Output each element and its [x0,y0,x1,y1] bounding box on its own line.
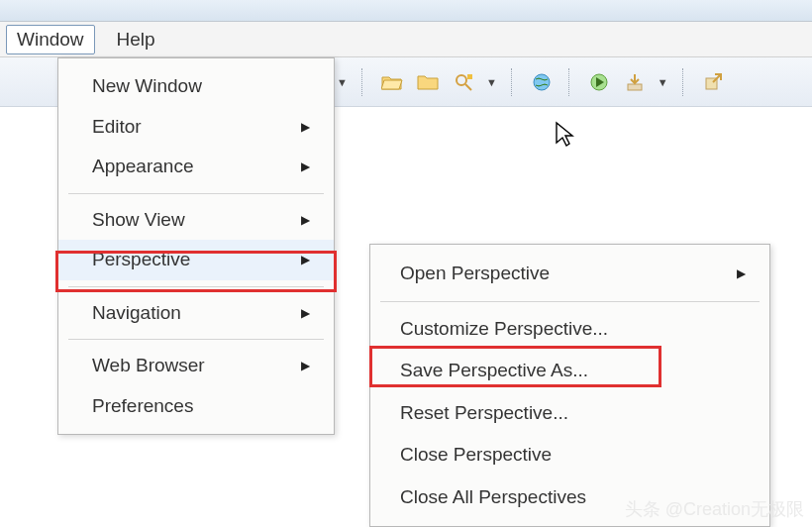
svg-rect-2 [467,74,472,79]
svg-point-3 [534,74,550,90]
menu-preferences[interactable]: Preferences [58,386,334,427]
menu-label: Reset Perspective... [400,399,568,428]
menu-label: Perspective [92,246,190,274]
svg-line-1 [465,84,471,90]
external-link-icon[interactable] [700,69,726,95]
svg-rect-6 [628,84,642,90]
menu-label: Web Browser [92,352,205,380]
menu-open-perspective[interactable]: Open Perspective ▶ [370,253,769,295]
menu-window[interactable]: Window [6,25,95,54]
menu-label: Show View [92,206,185,235]
toolbar-dropdown-arrow[interactable]: ▼ [658,76,668,88]
menu-appearance[interactable]: Appearance ▶ [58,147,334,187]
menu-help[interactable]: Help [107,26,165,53]
menu-label: Editor [92,113,142,142]
menu-editor[interactable]: Editor ▶ [58,107,334,148]
menu-separator [380,301,760,302]
menu-label: Appearance [92,153,193,181]
menu-label: Close Perspective [400,441,552,470]
globe-icon[interactable] [529,69,555,95]
cursor-icon [555,121,576,155]
menu-separator [68,286,324,287]
window-dropdown-menu: New Window Editor ▶ Appearance ▶ Show Vi… [57,57,335,435]
perspective-submenu: Open Perspective ▶ Customize Perspective… [369,244,770,527]
toolbar-separator [568,68,572,96]
toolbar-separator [682,68,686,96]
submenu-arrow-icon: ▶ [301,304,310,322]
run-icon[interactable] [586,69,612,95]
menu-close-perspective[interactable]: Close Perspective [370,434,769,476]
menu-label: Save Perspective As... [400,357,588,385]
submenu-arrow-icon: ▶ [301,357,310,374]
toolbar-dropdown-arrow[interactable]: ▼ [486,76,497,88]
menu-navigation[interactable]: Navigation ▶ [58,293,334,334]
menu-customize-perspective[interactable]: Customize Perspective... [370,308,769,351]
menu-reset-perspective[interactable]: Reset Perspective... [370,392,769,435]
submenu-arrow-icon: ▶ [301,251,310,268]
menu-label: Preferences [92,392,193,421]
menu-separator [68,339,324,340]
menu-close-all-perspectives[interactable]: Close All Perspectives [370,476,769,519]
folder-icon[interactable] [415,69,441,95]
search-icon[interactable] [451,69,476,95]
menu-label: Open Perspective [400,260,550,288]
menu-label: Navigation [92,299,181,328]
folder-open-icon[interactable] [379,69,405,95]
submenu-arrow-icon: ▶ [301,158,310,175]
menu-label: Close All Perspectives [400,483,586,512]
menu-save-perspective-as[interactable]: Save Perspective As... [370,350,769,392]
menu-label: Customize Perspective... [400,315,608,344]
menu-web-browser[interactable]: Web Browser ▶ [58,346,334,386]
submenu-arrow-icon: ▶ [301,211,310,229]
toolbar-dropdown-arrow[interactable]: ▼ [337,76,348,88]
toolbar-separator [511,68,515,96]
window-titlebar [0,0,812,22]
menu-separator [68,193,324,194]
menu-perspective[interactable]: Perspective ▶ [58,240,334,280]
menu-label: New Window [92,72,202,101]
menubar: Window Help [0,22,812,57]
submenu-arrow-icon: ▶ [737,264,746,282]
toolbar-separator [361,68,365,96]
submenu-arrow-icon: ▶ [301,118,310,136]
menu-new-window[interactable]: New Window [58,66,334,107]
svg-point-0 [457,75,466,85]
download-icon[interactable] [622,69,648,95]
menu-show-view[interactable]: Show View ▶ [58,200,334,241]
